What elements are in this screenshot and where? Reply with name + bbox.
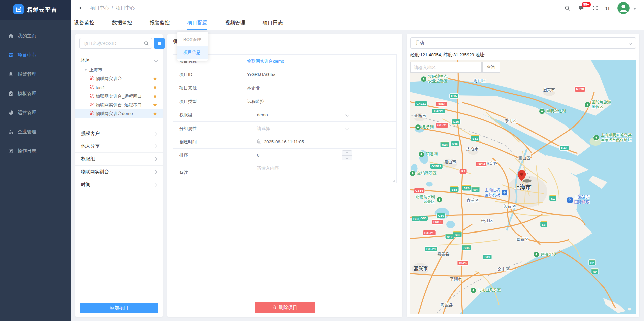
road-badge: S32 — [453, 231, 462, 237]
sidebar-item-4[interactable]: 运营管理 — [0, 103, 71, 122]
form-value: 本企业 — [243, 81, 396, 95]
form-row: 项目类型远程监控 — [173, 95, 396, 108]
font-size-icon[interactable]: tT — [606, 5, 610, 11]
map-city-label: 宝山区 — [518, 155, 530, 161]
map-poi-label: 金鸡湖景区 — [410, 170, 436, 176]
filter-section-3[interactable]: 物联网实训台 — [75, 166, 163, 178]
sidebar-item-5[interactable]: 企业管理 — [0, 122, 71, 141]
project-tree: 地区 上海市 物联网实训台test1物联网实训台_远程网口物联网实训台_远程串口… — [75, 52, 163, 118]
star-icon[interactable] — [153, 85, 157, 90]
date-picker[interactable]: 2025-08-16 11:11:05 — [253, 135, 352, 148]
tree-item-project[interactable]: test1 — [75, 83, 163, 92]
filter-section-2[interactable]: 权限组 — [75, 153, 163, 166]
project-search-input[interactable] — [83, 41, 144, 46]
tree-group-region[interactable]: 地区 — [81, 55, 157, 65]
sidebar-item-label: 模板管理 — [18, 91, 36, 97]
sidebar-item-2[interactable]: 报警管理 — [0, 65, 71, 84]
map-pin-marker[interactable] — [517, 170, 526, 182]
star-icon[interactable] — [153, 103, 157, 107]
tree-group-label: 地区 — [81, 57, 90, 63]
star-icon[interactable] — [153, 76, 157, 81]
map-city-label: 奉贤区 — [516, 237, 528, 242]
tree-item-project[interactable]: 物联网实训台_远程网口 — [75, 92, 163, 101]
poi-name: 金鸡湖景区 — [417, 171, 437, 176]
road-badge: G15 — [452, 119, 460, 124]
fullscreen-icon[interactable] — [592, 5, 599, 11]
road-badge: S12 — [445, 233, 454, 239]
tree-item-project[interactable]: 物联网实训台_远程串口 — [75, 101, 163, 109]
sidebar-item-6[interactable]: 操作日志 — [0, 141, 71, 160]
tree-item-project[interactable]: 物联网实训台 — [75, 74, 163, 83]
form-value: 远程监控 — [243, 95, 396, 108]
map-poi-label: 明镜荡水利风景区 — [416, 195, 443, 204]
user-menu-caret-icon[interactable] — [633, 8, 636, 11]
location-mode-select[interactable]: 手动 — [410, 37, 636, 49]
add-project-button[interactable]: 添加项目 — [80, 303, 158, 313]
project-name-link[interactable]: 物联网实训台demo — [243, 58, 284, 64]
filter-section-1[interactable]: 他人分享 — [75, 140, 163, 153]
main-area: 项目中心 / 项目中心 99+ tT 设备监控数据监控报警监控项目配置视频管理项… — [71, 0, 644, 321]
road-badge: G15 — [450, 94, 458, 98]
map-airport-label: ✈上海浦东国际机场 — [567, 195, 590, 205]
avatar[interactable] — [617, 2, 630, 14]
tab-5[interactable]: 项目日志 — [263, 16, 283, 30]
sidebar-item-3[interactable]: 模板管理 — [0, 84, 71, 103]
tree-region-shanghai[interactable]: 上海市 — [84, 65, 163, 74]
map-city-label: 松江区 — [481, 218, 493, 224]
messages-icon[interactable]: 99+ — [578, 5, 585, 11]
map-poi-label: 碧海金沙 — [533, 251, 556, 257]
tab-3[interactable]: 项目配置 — [187, 16, 207, 30]
number-input[interactable]: 0 — [253, 149, 352, 162]
form-select[interactable]: demo — [253, 108, 352, 121]
collapse-menu-icon[interactable] — [75, 5, 82, 11]
star-icon[interactable] — [153, 111, 157, 116]
tab-0[interactable]: 设备监控 — [74, 16, 94, 30]
bell-icon — [8, 72, 13, 77]
road-badge: S2 — [589, 260, 596, 265]
form-value: 0 — [243, 149, 396, 162]
tab-2[interactable]: 报警监控 — [150, 16, 170, 30]
search-icon[interactable] — [564, 5, 571, 11]
breadcrumb-item[interactable]: 项目中心 — [90, 5, 109, 11]
dropdown-item-1[interactable]: 项目信息 — [177, 46, 208, 59]
delete-project-button[interactable]: 删除项目 — [255, 302, 315, 313]
map-poi-label: 昆承湖 — [415, 124, 434, 130]
star-icon[interactable] — [153, 94, 157, 99]
tree-item-project[interactable]: 物联网实训台demo — [75, 109, 163, 118]
topbar-actions: 99+ tT — [564, 2, 636, 14]
filter-section-4[interactable]: 时间 — [75, 178, 163, 191]
chevron-down-icon — [345, 126, 349, 130]
increment-button[interactable] — [342, 151, 352, 156]
form-value-text: YrGRkUAGI5x — [243, 72, 276, 77]
resize-handle[interactable] — [393, 179, 395, 182]
sidebar-item-1[interactable]: 项目中心 — [0, 45, 71, 65]
form-value: 2025-08-16 11:11:05 — [243, 135, 396, 148]
form-label: 排序 — [173, 149, 243, 162]
home-icon — [8, 33, 13, 39]
map-city-label: 太仓市 — [466, 146, 479, 152]
app-logo: 霜蝉云平台 — [0, 0, 71, 20]
scenic-spot-icon — [593, 135, 599, 141]
area-search-input[interactable] — [410, 62, 482, 73]
query-button[interactable]: 查询 — [482, 62, 500, 73]
dropdown-item-0[interactable]: BOX管理 — [177, 33, 208, 46]
tab-1[interactable]: 数据监控 — [112, 16, 132, 30]
search-icon[interactable] — [144, 41, 149, 46]
filter-button[interactable] — [154, 38, 165, 49]
remark-textarea[interactable]: 请输入内容 — [253, 162, 279, 171]
sidebar: 霜蝉云平台 我的主页项目中心报警管理模板管理运营管理企业管理操作日志 — [0, 0, 71, 321]
road-badge: S36 — [462, 244, 471, 250]
form-select[interactable]: 请选择 — [253, 122, 352, 135]
map[interactable]: 查询 海门区启东市崇明区常熟市太仓市昆山市嘉定区宝山区上海市青浦区闵行区松江区奉… — [410, 60, 636, 314]
form-row: 备注请输入内容 — [173, 162, 396, 183]
road-badge: G40 — [560, 146, 569, 150]
filter-section-0[interactable]: 授权客户 — [75, 127, 163, 140]
airport-name: 上海虹桥国际机场 — [485, 188, 500, 198]
decrement-button[interactable] — [342, 156, 352, 160]
road-badge: S26 — [462, 185, 471, 191]
org-icon — [8, 129, 13, 135]
form-row: 项目来源本企业 — [173, 81, 396, 95]
map-city-label: 常熟市 — [414, 113, 426, 119]
sidebar-item-0[interactable]: 我的主页 — [0, 26, 71, 45]
tab-4[interactable]: 视频管理 — [225, 16, 245, 30]
